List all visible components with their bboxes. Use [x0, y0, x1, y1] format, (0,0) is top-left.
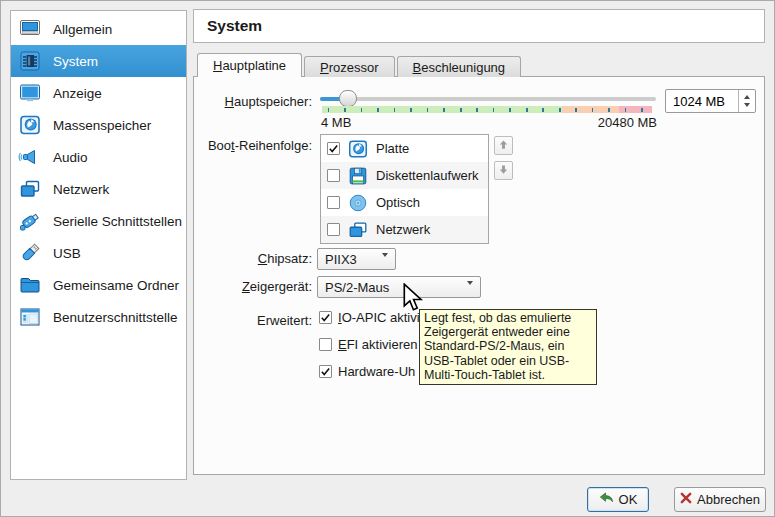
- sidebar-item-label: Serielle Schnittstellen: [53, 214, 182, 229]
- boot-item-diskettenlaufwerk[interactable]: Diskettenlaufwerk: [321, 162, 488, 189]
- ok-button[interactable]: OK: [587, 487, 649, 512]
- boot-item-checkbox[interactable]: [327, 169, 340, 182]
- chipset-label: Chipsatz:: [194, 251, 312, 266]
- user-interface-icon: [18, 305, 42, 329]
- tab-prozessor[interactable]: Prozessor: [304, 56, 395, 77]
- tab-beschleunigung[interactable]: Beschleunigung: [397, 56, 522, 77]
- sidebar-item-system[interactable]: System: [11, 45, 186, 77]
- boot-item-label: Netzwerk: [376, 222, 430, 237]
- extended-label: Erweitert:: [194, 313, 312, 328]
- display-icon: [18, 81, 42, 105]
- page-title: System: [207, 17, 262, 35]
- sidebar-item-allgemein[interactable]: Allgemein: [11, 13, 186, 45]
- extended-options: IO-APIC aktiviEFI aktivierenHardware-Uh: [319, 310, 420, 378]
- spin-up-icon[interactable]: [744, 95, 750, 99]
- sidebar-item-usb[interactable]: USB: [11, 237, 186, 269]
- pointing-device-value: PS/2-Maus: [325, 280, 389, 295]
- hard-disk-icon: [347, 138, 369, 160]
- boot-item-checkbox[interactable]: [327, 142, 340, 155]
- extended-option-label: EFI aktivieren: [338, 337, 417, 352]
- general-icon: [18, 17, 42, 41]
- boot-item-checkbox[interactable]: [327, 196, 340, 209]
- boot-item-optisch[interactable]: Optisch: [321, 189, 488, 216]
- up-arrow-icon: [498, 138, 509, 153]
- tooltip-line: USB-Tablet oder ein USB-: [424, 354, 592, 368]
- cancel-x-icon: [680, 492, 692, 507]
- serial-port-icon: [18, 209, 42, 233]
- shared-folder-icon: [18, 273, 42, 297]
- sidebar-item-label: Netzwerk: [53, 182, 109, 197]
- ok-arrow-icon: [599, 492, 614, 508]
- memory-max-label: 20480 MB: [557, 115, 657, 130]
- tab-bar: HauptplatineProzessorBeschleunigung: [197, 53, 523, 77]
- boot-item-netzwerk[interactable]: Netzwerk: [321, 216, 488, 243]
- boot-move-down-button[interactable]: [494, 161, 513, 180]
- page-header: System: [193, 9, 765, 43]
- sidebar-item-label: Allgemein: [53, 22, 112, 37]
- sidebar-item-gemeinsame-ordner[interactable]: Gemeinsame Ordner: [11, 269, 186, 301]
- sidebar-item-label: Benutzerschnittstelle: [53, 310, 178, 325]
- tooltip: Legt fest, ob das emulierteZeigergerät e…: [419, 309, 597, 385]
- extended-option-checkbox[interactable]: [319, 311, 332, 324]
- optical-disc-icon: [347, 192, 369, 214]
- system-chip-icon: [18, 49, 42, 73]
- tab-hauptplatine[interactable]: Hauptplatine: [197, 53, 302, 77]
- slider-groove[interactable]: [320, 97, 656, 101]
- sidebar-item-serielle-schnittstellen[interactable]: Serielle Schnittstellen: [11, 205, 186, 237]
- cancel-button-label: Abbrechen: [697, 492, 760, 507]
- speaker-icon: [18, 145, 42, 169]
- boot-move-up-button[interactable]: [494, 136, 513, 155]
- slider-handle[interactable]: [339, 90, 357, 107]
- boot-order-list: PlatteDiskettenlaufwerkOptischNetzwerk: [320, 134, 489, 244]
- cancel-button[interactable]: Abbrechen: [674, 487, 766, 512]
- tab-label: Hauptplatine: [213, 58, 286, 73]
- memory-slider[interactable]: [320, 90, 658, 107]
- network-icon: [347, 219, 369, 241]
- hard-disk-icon: [18, 113, 42, 137]
- network-icon: [18, 177, 42, 201]
- chevron-down-icon: [382, 257, 388, 272]
- extended-option-label: Hardware-Uh: [338, 364, 415, 379]
- hauptplatine-panel: Hauptspeicher: 4 MB 20480 MB Boot-Reihen…: [193, 76, 765, 475]
- pointing-device-label: Zeigergerät:: [194, 279, 312, 294]
- memory-label: Hauptspeicher:: [194, 94, 312, 109]
- spin-buttons: [738, 90, 755, 112]
- spin-down-icon[interactable]: [744, 103, 750, 107]
- ok-button-label: OK: [619, 492, 638, 507]
- extended-option-checkbox[interactable]: [319, 365, 332, 378]
- boot-order-label: Boot-Reihenfolge:: [194, 138, 312, 153]
- sidebar-item-netzwerk[interactable]: Netzwerk: [11, 173, 186, 205]
- memory-scale: [322, 106, 652, 113]
- memory-input[interactable]: [666, 90, 738, 112]
- chipset-select[interactable]: PIIX3: [317, 248, 396, 270]
- extended-option: EFI aktivieren: [319, 337, 420, 351]
- extended-option-checkbox[interactable]: [319, 338, 332, 351]
- sidebar-item-label: Audio: [53, 150, 88, 165]
- down-arrow-icon: [498, 163, 509, 178]
- tooltip-line: Zeigergerät entweder eine: [424, 325, 592, 339]
- tooltip-line: Multi-Touch-Tablet ist.: [424, 368, 592, 382]
- memory-min-label: 4 MB: [321, 115, 351, 130]
- vm-settings-dialog: AllgemeinSystemAnzeigeMassenspeicherAudi…: [0, 0, 775, 517]
- sidebar-item-label: Massenspeicher: [53, 118, 151, 133]
- sidebar-item-anzeige[interactable]: Anzeige: [11, 77, 186, 109]
- boot-item-label: Optisch: [376, 195, 420, 210]
- usb-plug-icon: [18, 241, 42, 265]
- sidebar-item-audio[interactable]: Audio: [11, 141, 186, 173]
- sidebar-item-label: USB: [53, 246, 81, 261]
- sidebar-item-massenspeicher[interactable]: Massenspeicher: [11, 109, 186, 141]
- tooltip-line: Legt fest, ob das emulierte: [424, 311, 592, 325]
- chipset-value: PIIX3: [325, 252, 357, 267]
- boot-item-checkbox[interactable]: [327, 223, 340, 236]
- boot-item-platte[interactable]: Platte: [321, 135, 488, 162]
- memory-spinbox[interactable]: [665, 89, 756, 113]
- extended-option: Hardware-Uh: [319, 364, 420, 378]
- sidebar-item-benutzerschnittstelle[interactable]: Benutzerschnittstelle: [11, 301, 186, 333]
- chevron-down-icon: [467, 285, 473, 300]
- tooltip-line: Standard-PS/2-Maus, ein: [424, 339, 592, 353]
- tab-label: Prozessor: [320, 60, 379, 75]
- sidebar-item-label: Gemeinsame Ordner: [53, 278, 179, 293]
- tab-label: Beschleunigung: [413, 60, 506, 75]
- pointing-device-select[interactable]: PS/2-Maus: [317, 276, 481, 298]
- floppy-icon: [347, 165, 369, 187]
